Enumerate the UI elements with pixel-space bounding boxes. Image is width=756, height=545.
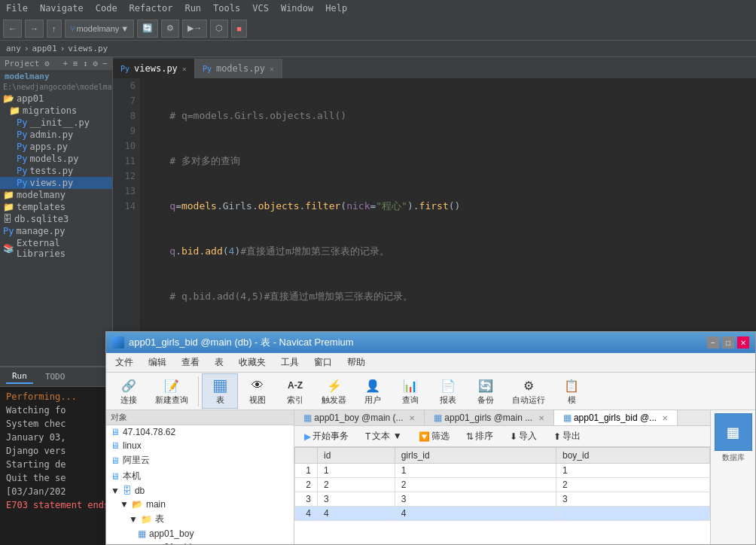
breadcrumb-viewspy[interactable]: views.py xyxy=(68,44,108,53)
navi-tool-trigger[interactable]: ⚡ 触发器 xyxy=(315,373,353,409)
navi-tool-user[interactable]: 👤 用户 xyxy=(355,373,391,409)
table-row[interactable]: 2 2 2 2 xyxy=(295,478,710,492)
navi-tool-model[interactable]: 📋 模 xyxy=(553,373,590,409)
sidebar-item-models[interactable]: Py models.py xyxy=(0,153,112,165)
cell-id-1[interactable]: 1 xyxy=(318,464,395,478)
obj-type-tab-对象[interactable]: 对象 xyxy=(106,410,132,425)
back-button[interactable]: ← xyxy=(3,20,22,38)
stop-button[interactable]: ■ xyxy=(231,20,247,38)
menu-item-help[interactable]: Help xyxy=(325,3,347,14)
table-row[interactable]: 1 1 1 1 xyxy=(295,464,710,478)
maximize-button[interactable]: □ xyxy=(722,336,734,349)
conn-linux[interactable]: 🖥 linux xyxy=(106,439,294,452)
conn-app01-girls[interactable]: ▦ app01_girls xyxy=(106,540,294,544)
filter-btn[interactable]: 🔽 筛选 xyxy=(413,428,455,444)
sidebar-item-manage[interactable]: Py manage.py xyxy=(0,225,112,237)
conn-db[interactable]: ▼ 🗄 db xyxy=(106,484,294,498)
tab-models-close[interactable]: ✕ xyxy=(270,65,274,73)
navi-menu-view[interactable]: 查看 xyxy=(178,355,203,370)
branch-selector[interactable]: ⑂ modelmany ▼ xyxy=(65,20,135,38)
sidebar-item-app01[interactable]: 📂 app01 xyxy=(0,93,112,105)
sidebar-item-init[interactable]: Py __init__.py xyxy=(0,117,112,129)
sidebar-item-db[interactable]: 🗄 db.sqlite3 xyxy=(0,213,112,225)
table-row[interactable]: 3 3 3 3 xyxy=(295,492,710,507)
menu-item-vcs[interactable]: VCS xyxy=(252,3,269,14)
breadcrumb-any[interactable]: any xyxy=(6,44,21,53)
table-row-selected[interactable]: 4 4 4 xyxy=(295,507,710,521)
conn-47[interactable]: 🖥 47.104.78.62 xyxy=(106,425,294,439)
conn-app01-boy[interactable]: ▦ app01_boy xyxy=(106,527,294,540)
navi-tool-report[interactable]: 📄 报表 xyxy=(430,373,466,409)
sidebar-item-views[interactable]: Py views.py xyxy=(0,177,112,189)
obj-strip-boy[interactable]: ▦ app01_boy @main (... ✕ xyxy=(294,410,425,425)
conn-main[interactable]: ▼ 📂 main xyxy=(106,498,294,511)
conn-aliyun[interactable]: 🖥 阿里云 xyxy=(106,452,294,468)
navi-menu-file[interactable]: 文件 xyxy=(112,355,136,370)
close-button[interactable]: ✕ xyxy=(737,336,749,349)
code-content[interactable]: # q=models.Girls.objects.all() # 多对多的查询 … xyxy=(140,78,756,351)
menu-item-tools[interactable]: Tools xyxy=(213,3,240,14)
obj-tab-close-2[interactable]: ✕ xyxy=(538,414,544,422)
export-btn[interactable]: ⬆ 导出 xyxy=(548,428,586,444)
begin-transaction-btn[interactable]: ▶ 开始事务 xyxy=(299,428,354,444)
cell-girls-3[interactable]: 3 xyxy=(395,492,556,507)
obj-tab-close-3[interactable]: ✕ xyxy=(662,414,668,422)
col-boy-id[interactable]: boy_id xyxy=(556,448,709,464)
conn-local[interactable]: 🖥 本机 xyxy=(106,468,294,484)
obj-strip-girls-bid[interactable]: ▦ app01_girls_bid @... ✕ xyxy=(554,410,678,425)
navi-tool-backup[interactable]: 🔄 备份 xyxy=(468,373,504,409)
sidebar-item-admin[interactable]: Py admin.py xyxy=(0,129,112,141)
cell-boy-2[interactable]: 2 xyxy=(556,478,709,492)
forward-button[interactable]: → xyxy=(25,20,44,38)
cell-id-4[interactable]: 4 xyxy=(318,507,395,521)
menu-item-file[interactable]: File xyxy=(6,3,28,14)
obj-strip-girls[interactable]: ▦ app01_girls @main ... ✕ xyxy=(425,410,554,425)
navi-tool-autorun[interactable]: ⚙ 自动运行 xyxy=(505,373,552,409)
run-forward-button[interactable]: ▶→ xyxy=(182,20,207,38)
navi-tool-newquery[interactable]: 📝 新建查询 xyxy=(148,373,195,409)
cell-girls-4[interactable]: 4 xyxy=(395,507,556,521)
cell-boy-1[interactable]: 1 xyxy=(556,464,709,478)
col-id[interactable]: id xyxy=(318,448,395,464)
navi-menu-help[interactable]: 帮助 xyxy=(344,355,368,370)
expand-button[interactable]: ⬡ xyxy=(210,20,228,38)
menu-item-code[interactable]: Code xyxy=(96,3,117,14)
navi-tool-view[interactable]: 👁 视图 xyxy=(239,373,276,409)
sidebar-item-modelmany[interactable]: 📁 modelmany xyxy=(0,189,112,201)
navi-tool-table[interactable]: ▦ 表 xyxy=(202,373,238,409)
data-grid[interactable]: id girls_id boy_id 1 1 1 1 2 xyxy=(294,447,710,544)
navi-menu-tools[interactable]: 工具 xyxy=(278,355,302,370)
navi-menu-fav[interactable]: 收藏夹 xyxy=(236,355,269,370)
conn-tables-folder[interactable]: ▼ 📁 表 xyxy=(106,511,294,527)
cell-boy-3[interactable]: 3 xyxy=(556,492,709,507)
breadcrumb-app01[interactable]: app01 xyxy=(32,44,57,53)
navi-tool-query[interactable]: 📊 查询 xyxy=(392,373,428,409)
cell-girls-1[interactable]: 1 xyxy=(395,464,556,478)
navi-menu-table[interactable]: 表 xyxy=(212,355,227,370)
nav-icon[interactable]: ↑ xyxy=(47,20,62,38)
settings-button[interactable]: ⚙ xyxy=(161,20,179,38)
tab-models[interactable]: Py models.py ✕ xyxy=(195,59,282,78)
refresh-button[interactable]: 🔄 xyxy=(137,20,158,38)
col-girls-id[interactable]: girls_id xyxy=(395,448,556,464)
terminal-tab-todo[interactable]: TODO xyxy=(39,370,72,383)
navi-tool-connect[interactable]: 🔗 连接 xyxy=(111,373,147,409)
code-view[interactable]: 6 7 8 9 10 11 12 13 14 # q=models.Girls.… xyxy=(113,78,756,351)
sidebar-item-external-libs[interactable]: 📚 External Libraries xyxy=(0,237,112,260)
sidebar-item-migrations[interactable]: 📁 migrations xyxy=(0,105,112,117)
sidebar-item-templates[interactable]: 📁 templates xyxy=(0,201,112,213)
cell-id-3[interactable]: 3 xyxy=(318,492,395,507)
tab-views-close[interactable]: ✕ xyxy=(182,65,187,73)
sidebar-item-tests[interactable]: Py tests.py xyxy=(0,165,112,177)
menu-item-navigate[interactable]: Navigate xyxy=(40,3,84,14)
tab-views[interactable]: Py views.py ✕ xyxy=(113,59,195,78)
menu-item-window[interactable]: Window xyxy=(281,3,313,14)
menu-item-run[interactable]: Run xyxy=(184,3,201,14)
import-btn[interactable]: ⬇ 导入 xyxy=(505,428,542,444)
cell-boy-4[interactable] xyxy=(556,507,709,521)
menu-item-refactor[interactable]: Refactor xyxy=(130,3,173,14)
terminal-tab-run[interactable]: Run xyxy=(6,370,33,384)
navi-menu-edit[interactable]: 编辑 xyxy=(145,355,169,370)
cell-girls-2[interactable]: 2 xyxy=(395,478,556,492)
obj-tab-close-1[interactable]: ✕ xyxy=(409,414,415,422)
